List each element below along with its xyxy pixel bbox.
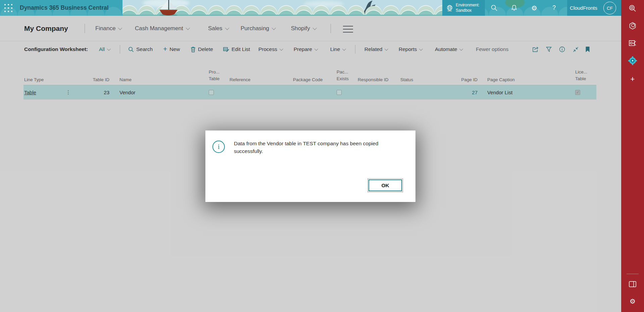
col-table-id[interactable]: Table ID: [74, 77, 109, 82]
chevron-down-icon: [419, 47, 423, 51]
environment-label: Environment:: [456, 2, 480, 8]
chevron-down-icon: [107, 47, 111, 51]
recorder-target-icon[interactable]: [621, 54, 644, 67]
avatar[interactable]: CF: [603, 2, 616, 14]
col-reference[interactable]: Reference: [230, 77, 250, 82]
decorative-banner: [122, 0, 442, 16]
table-row[interactable]: Table ⋮ 23 Vendor 27 Vendor List ✓: [23, 85, 596, 100]
col-line-type[interactable]: Line Type: [24, 77, 44, 82]
action-label: Search: [136, 46, 153, 52]
app-title[interactable]: Dynamics 365 Business Central: [20, 0, 109, 16]
side-panel-icon[interactable]: [621, 277, 644, 291]
worksheet-table: Line Type Table ID Name Pro... Table Ref…: [23, 53, 596, 100]
chevron-down-icon: [459, 47, 463, 51]
account-name[interactable]: CloudFronts: [570, 0, 597, 16]
nav-item-label: Purchasing: [241, 25, 269, 32]
divider: [120, 45, 120, 54]
account-area[interactable]: CloudFronts CF: [567, 0, 621, 16]
menu-label: Process: [258, 46, 277, 52]
sidebar-settings-gear-icon[interactable]: ⚙: [621, 295, 644, 308]
trash-icon: [191, 47, 196, 52]
cell-page-caption[interactable]: Vendor List: [487, 85, 512, 99]
confirmation-dialog: i Data from the Vendor table in TEST com…: [205, 131, 415, 202]
header-line: Pac...: [337, 69, 349, 75]
col-status[interactable]: Status: [400, 77, 413, 82]
col-page-id[interactable]: Page ID: [454, 77, 478, 82]
ok-button[interactable]: OK: [368, 179, 402, 191]
right-sidebar: + ⚙: [621, 0, 644, 312]
nav-item-cash-management[interactable]: Cash Management: [135, 16, 189, 41]
lice-table-checkbox[interactable]: ✓: [575, 90, 580, 95]
header-line: Table: [209, 75, 219, 82]
company-name[interactable]: My Company: [24, 16, 68, 41]
chevron-down-icon: [118, 26, 122, 30]
chevron-down-icon: [272, 26, 276, 30]
col-lice-table[interactable]: Lice... Table: [575, 69, 587, 82]
globe-icon: [446, 4, 453, 12]
col-page-caption[interactable]: Page Caption: [487, 77, 515, 82]
add-icon[interactable]: +: [621, 72, 644, 86]
chevron-down-icon: [342, 47, 346, 51]
filter-value: All: [99, 46, 105, 52]
chevron-down-icon: [186, 26, 190, 30]
chevron-down-icon: [312, 26, 317, 30]
pac-exists-checkbox[interactable]: [337, 90, 342, 95]
chevron-down-icon: [314, 47, 318, 51]
header-line: Table: [575, 75, 587, 82]
nav-item-finance[interactable]: Finance: [95, 16, 121, 41]
col-pac-exists[interactable]: Pac... Exists: [337, 69, 349, 82]
more-menu-icon[interactable]: [343, 25, 353, 33]
nav-item-shopify[interactable]: Shopify: [291, 16, 316, 41]
header-line: Pro...: [209, 69, 219, 75]
menu-label: Related: [364, 46, 382, 52]
cell-name[interactable]: Vendor: [119, 85, 136, 99]
col-name[interactable]: Name: [119, 77, 132, 82]
search-icon: [128, 47, 134, 52]
menu-label: Prepare: [294, 46, 312, 52]
nav-item-label: Shopify: [291, 25, 310, 32]
row-ellipsis-icon[interactable]: ⋮: [66, 89, 71, 95]
cell-page-id[interactable]: 27: [454, 85, 478, 99]
header-line: Exists: [337, 75, 349, 82]
sailboat-illustration: [156, 0, 181, 16]
col-package-code[interactable]: Package Code: [293, 77, 323, 82]
line-type-link[interactable]: Table: [24, 90, 36, 95]
outlook-icon[interactable]: [621, 37, 644, 50]
chevron-down-icon: [385, 47, 388, 51]
action-label: Delete: [198, 46, 213, 52]
divider: [85, 24, 85, 33]
col-responsible-id[interactable]: Responsible ID: [358, 77, 389, 82]
search-icon[interactable]: [488, 0, 500, 16]
nav-item-purchasing[interactable]: Purchasing: [241, 16, 275, 41]
divider: [627, 274, 639, 274]
help-icon[interactable]: ?: [548, 0, 560, 16]
header-line: Lice...: [575, 69, 587, 75]
col-pro-table[interactable]: Pro... Table: [209, 69, 219, 82]
action-label: Fewer options: [476, 46, 508, 52]
divider: [331, 24, 331, 33]
browser-app-icon[interactable]: [621, 19, 644, 33]
edit-list-icon: [223, 47, 229, 52]
nav-item-label: Finance: [95, 25, 115, 32]
environment-badge[interactable]: Environment: Sandbox: [442, 0, 485, 16]
zoom-search-icon[interactable]: [621, 2, 644, 15]
info-icon: i: [212, 141, 225, 153]
environment-name: Sandbox: [456, 8, 480, 13]
settings-gear-icon[interactable]: ⚙: [528, 0, 541, 16]
cell-table-id[interactable]: 23: [74, 85, 109, 99]
dialog-message: Data from the Vendor table in TEST compa…: [234, 140, 385, 155]
menu-label: Reports: [399, 46, 417, 52]
chevron-down-icon: [280, 47, 283, 51]
menu-label: Automate: [435, 46, 457, 52]
navigation-bar: My Company Finance Cash Management Sales…: [0, 16, 621, 41]
pro-table-checkbox[interactable]: [209, 90, 214, 95]
app-launcher-icon[interactable]: [4, 4, 13, 12]
action-label: New: [169, 46, 180, 52]
top-bar: Dynamics 365 Business Central: [0, 0, 621, 16]
screen: Dynamics 365 Business Central: [0, 0, 644, 312]
nav-item-sales[interactable]: Sales: [208, 16, 228, 41]
notifications-bell-icon[interactable]: [508, 0, 521, 16]
divider: [355, 45, 355, 54]
chevron-down-icon: [225, 26, 229, 30]
nav-item-label: Sales: [208, 25, 222, 32]
